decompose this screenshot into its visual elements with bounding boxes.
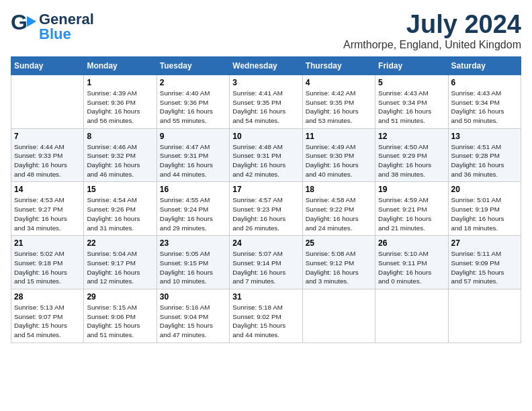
day-number: 10 [232, 132, 299, 141]
day-info: Sunrise: 5:18 AMSunset: 9:02 PMDaylight:… [232, 303, 299, 340]
day-number: 21 [14, 238, 81, 248]
day-info: Sunrise: 4:43 AMSunset: 9:34 PMDaylight:… [451, 89, 518, 126]
weekday-header-sunday: Sunday [11, 56, 84, 75]
logo-icon: G [11, 11, 36, 43]
weekday-header-row: SundayMondayTuesdayWednesdayThursdayFrid… [11, 56, 521, 75]
day-info: Sunrise: 5:15 AMSunset: 9:06 PMDaylight:… [87, 303, 153, 340]
calendar-cell: 8Sunrise: 4:46 AMSunset: 9:32 PMDaylight… [84, 128, 157, 182]
day-info: Sunrise: 4:54 AMSunset: 9:26 PMDaylight:… [87, 195, 153, 232]
day-number: 31 [232, 292, 299, 302]
day-number: 11 [306, 132, 372, 141]
day-info: Sunrise: 4:53 AMSunset: 9:27 PMDaylight:… [14, 195, 81, 232]
day-number: 14 [14, 185, 81, 194]
day-info: Sunrise: 4:48 AMSunset: 9:31 PMDaylight:… [232, 142, 299, 179]
day-number: 16 [160, 185, 226, 194]
calendar-cell: 1Sunrise: 4:39 AMSunset: 9:36 PMDaylight… [84, 75, 157, 128]
day-number: 27 [451, 238, 518, 248]
logo-text: General Blue [39, 12, 94, 42]
week-row-5: 28Sunrise: 5:13 AMSunset: 9:07 PMDayligh… [11, 289, 521, 343]
weekday-header-monday: Monday [84, 56, 157, 75]
day-number: 2 [160, 78, 226, 87]
calendar-cell [375, 289, 448, 343]
day-number: 20 [451, 185, 518, 194]
calendar-cell: 18Sunrise: 4:58 AMSunset: 9:22 PMDayligh… [302, 182, 375, 236]
day-info: Sunrise: 5:13 AMSunset: 9:07 PMDaylight:… [14, 303, 81, 340]
calendar-cell: 11Sunrise: 4:49 AMSunset: 9:30 PMDayligh… [302, 128, 375, 182]
day-info: Sunrise: 5:07 AMSunset: 9:14 PMDaylight:… [232, 249, 299, 286]
week-row-2: 7Sunrise: 4:44 AMSunset: 9:33 PMDaylight… [11, 128, 521, 182]
day-info: Sunrise: 4:55 AMSunset: 9:24 PMDaylight:… [160, 195, 226, 232]
day-number: 22 [87, 238, 153, 248]
location-title: Armthorpe, England, United Kingdom [343, 39, 521, 51]
day-info: Sunrise: 5:02 AMSunset: 9:18 PMDaylight:… [14, 249, 81, 286]
day-info: Sunrise: 5:16 AMSunset: 9:04 PMDaylight:… [160, 303, 226, 340]
calendar-table: SundayMondayTuesdayWednesdayThursdayFrid… [11, 56, 521, 343]
calendar-cell: 25Sunrise: 5:08 AMSunset: 9:12 PMDayligh… [302, 236, 375, 289]
day-number: 17 [232, 185, 299, 194]
day-number: 26 [378, 238, 445, 248]
calendar-cell: 28Sunrise: 5:13 AMSunset: 9:07 PMDayligh… [11, 289, 84, 343]
title-area: July 2024 Armthorpe, England, United Kin… [343, 11, 521, 51]
calendar-cell: 3Sunrise: 4:41 AMSunset: 9:35 PMDaylight… [230, 75, 302, 128]
day-number: 7 [14, 132, 81, 141]
day-number: 25 [306, 238, 372, 248]
calendar-body: 1Sunrise: 4:39 AMSunset: 9:36 PMDaylight… [11, 75, 521, 342]
day-info: Sunrise: 4:59 AMSunset: 9:21 PMDaylight:… [378, 195, 445, 232]
day-info: Sunrise: 4:43 AMSunset: 9:34 PMDaylight:… [378, 89, 445, 126]
logo: G General Blue [11, 11, 94, 43]
calendar-cell: 15Sunrise: 4:54 AMSunset: 9:26 PMDayligh… [84, 182, 157, 236]
day-info: Sunrise: 5:04 AMSunset: 9:17 PMDaylight:… [87, 249, 153, 286]
day-info: Sunrise: 5:11 AMSunset: 9:09 PMDaylight:… [451, 249, 518, 286]
day-info: Sunrise: 4:46 AMSunset: 9:32 PMDaylight:… [87, 142, 153, 179]
month-title: July 2024 [343, 11, 521, 39]
weekday-header-saturday: Saturday [448, 56, 521, 75]
header: G General Blue July 2024 Armthorpe, Engl… [11, 11, 521, 51]
calendar-cell: 6Sunrise: 4:43 AMSunset: 9:34 PMDaylight… [448, 75, 521, 128]
week-row-3: 14Sunrise: 4:53 AMSunset: 9:27 PMDayligh… [11, 182, 521, 236]
day-info: Sunrise: 4:41 AMSunset: 9:35 PMDaylight:… [232, 89, 299, 126]
calendar-cell: 4Sunrise: 4:42 AMSunset: 9:35 PMDaylight… [302, 75, 375, 128]
day-info: Sunrise: 4:47 AMSunset: 9:31 PMDaylight:… [160, 142, 226, 179]
day-info: Sunrise: 4:58 AMSunset: 9:22 PMDaylight:… [306, 195, 372, 232]
day-number: 18 [306, 185, 372, 194]
calendar-cell: 27Sunrise: 5:11 AMSunset: 9:09 PMDayligh… [448, 236, 521, 289]
calendar-cell: 10Sunrise: 4:48 AMSunset: 9:31 PMDayligh… [230, 128, 302, 182]
calendar-cell: 9Sunrise: 4:47 AMSunset: 9:31 PMDaylight… [157, 128, 229, 182]
day-info: Sunrise: 5:01 AMSunset: 9:19 PMDaylight:… [451, 195, 518, 232]
day-info: Sunrise: 4:57 AMSunset: 9:23 PMDaylight:… [232, 195, 299, 232]
day-number: 24 [232, 238, 299, 248]
day-number: 13 [451, 132, 518, 141]
calendar-cell: 19Sunrise: 4:59 AMSunset: 9:21 PMDayligh… [375, 182, 448, 236]
calendar-cell: 5Sunrise: 4:43 AMSunset: 9:34 PMDaylight… [375, 75, 448, 128]
calendar-cell: 17Sunrise: 4:57 AMSunset: 9:23 PMDayligh… [230, 182, 302, 236]
day-number: 23 [160, 238, 226, 248]
day-number: 8 [87, 132, 153, 141]
calendar-cell: 30Sunrise: 5:16 AMSunset: 9:04 PMDayligh… [157, 289, 229, 343]
calendar-cell: 20Sunrise: 5:01 AMSunset: 9:19 PMDayligh… [448, 182, 521, 236]
day-info: Sunrise: 4:44 AMSunset: 9:33 PMDaylight:… [14, 142, 81, 179]
day-number: 28 [14, 292, 81, 302]
day-info: Sunrise: 4:39 AMSunset: 9:36 PMDaylight:… [87, 89, 153, 126]
calendar-cell [448, 289, 521, 343]
week-row-1: 1Sunrise: 4:39 AMSunset: 9:36 PMDaylight… [11, 75, 521, 128]
calendar-cell: 21Sunrise: 5:02 AMSunset: 9:18 PMDayligh… [11, 236, 84, 289]
calendar-cell: 2Sunrise: 4:40 AMSunset: 9:36 PMDaylight… [157, 75, 229, 128]
calendar-cell: 24Sunrise: 5:07 AMSunset: 9:14 PMDayligh… [230, 236, 302, 289]
day-number: 12 [378, 132, 445, 141]
calendar-cell [302, 289, 375, 343]
calendar-cell: 29Sunrise: 5:15 AMSunset: 9:06 PMDayligh… [84, 289, 157, 343]
weekday-header-thursday: Thursday [302, 56, 375, 75]
day-number: 4 [306, 78, 372, 87]
calendar-cell: 7Sunrise: 4:44 AMSunset: 9:33 PMDaylight… [11, 128, 84, 182]
calendar-cell: 14Sunrise: 4:53 AMSunset: 9:27 PMDayligh… [11, 182, 84, 236]
day-number: 1 [87, 78, 153, 87]
day-number: 29 [87, 292, 153, 302]
day-info: Sunrise: 5:05 AMSunset: 9:15 PMDaylight:… [160, 249, 226, 286]
day-number: 19 [378, 185, 445, 194]
day-info: Sunrise: 4:50 AMSunset: 9:29 PMDaylight:… [378, 142, 445, 179]
calendar-cell: 22Sunrise: 5:04 AMSunset: 9:17 PMDayligh… [84, 236, 157, 289]
calendar-cell: 12Sunrise: 4:50 AMSunset: 9:29 PMDayligh… [375, 128, 448, 182]
day-info: Sunrise: 5:08 AMSunset: 9:12 PMDaylight:… [306, 249, 372, 286]
calendar-cell: 13Sunrise: 4:51 AMSunset: 9:28 PMDayligh… [448, 128, 521, 182]
day-info: Sunrise: 4:42 AMSunset: 9:35 PMDaylight:… [306, 89, 372, 126]
